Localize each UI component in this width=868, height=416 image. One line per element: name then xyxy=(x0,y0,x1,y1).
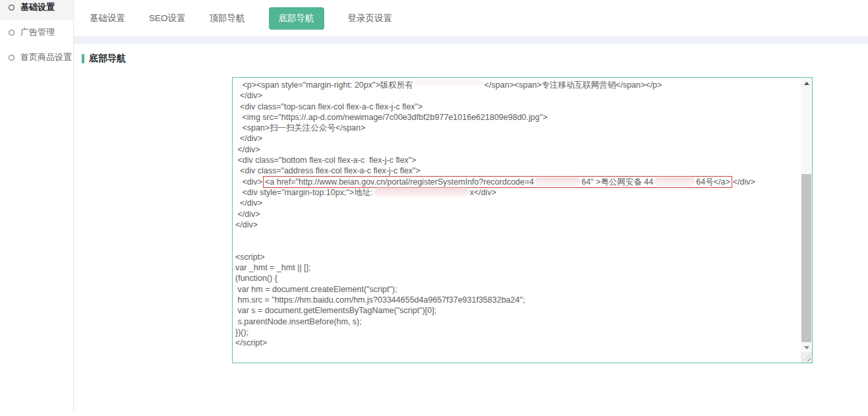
code-line: })(); xyxy=(235,327,797,338)
sidebar: 基础设置 广告管理 首页商品设置 xyxy=(0,0,74,416)
sidebar-item-ad-management[interactable]: 广告管理 xyxy=(0,20,74,45)
tab-basic-settings[interactable]: 基础设置 xyxy=(90,7,125,30)
code-line: s.parentNode.insertBefore(hm, s); xyxy=(235,316,797,327)
sidebar-item-home-product-settings[interactable]: 首页商品设置 xyxy=(0,45,74,70)
content-panel: 底部导航 <p><span style="margin-right: 20px"… xyxy=(74,44,868,416)
code-line: <div class="bottom flex-col flex-a-c fle… xyxy=(235,155,797,165)
radio-circle-icon xyxy=(9,30,14,36)
page-title: 底部导航 xyxy=(89,53,126,65)
code-line xyxy=(235,230,797,241)
arrow-up-icon xyxy=(804,82,809,85)
sidebar-item-label: 首页商品设置 xyxy=(20,51,72,63)
code-line: <img src="https://.ap-d.com/newimage/7c0… xyxy=(235,112,797,123)
code-editor-content[interactable]: <p><span style="margin-right: 20px">版权所有… xyxy=(233,78,801,363)
sidebar-item-basic-settings[interactable]: 基础设置 xyxy=(0,0,74,20)
tab-seo-settings[interactable]: SEO设置 xyxy=(149,7,186,30)
redacted-text xyxy=(374,188,469,196)
code-line: var s = document.getElementsByTagName("s… xyxy=(235,305,797,316)
sidebar-menu: 基础设置 广告管理 首页商品设置 xyxy=(0,0,74,70)
redacted-text xyxy=(414,80,484,89)
code-line: <div style="margin-top:10px;">地址:x</div> xyxy=(235,187,797,198)
settings-page: 基础设置 广告管理 首页商品设置 基础设置 SEO设置 顶部导航 底部导航 登录… xyxy=(0,0,868,416)
scroll-down-button[interactable] xyxy=(801,342,812,353)
code-line: </script> xyxy=(235,338,797,348)
code-line: <div class="top-scan flex-col flex-a-c f… xyxy=(235,102,797,112)
code-line: <p><span style="margin-right: 20px">版权所有… xyxy=(235,80,797,90)
code-line: var hm = document.createElement("script"… xyxy=(235,284,797,295)
code-line: var _hmt = _hmt || []; xyxy=(235,262,797,273)
tab-top-nav[interactable]: 顶部导航 xyxy=(210,7,245,30)
code-line: <div class="address flex-col flex-a-c fl… xyxy=(235,165,797,176)
tab-login-page-settings[interactable]: 登录页设置 xyxy=(348,7,393,30)
code-line: (function() { xyxy=(235,273,797,283)
tab-bar: 基础设置 SEO设置 顶部导航 底部导航 登录页设置 xyxy=(74,0,868,37)
section-accent-bar xyxy=(82,54,84,63)
code-line: </div> xyxy=(235,198,797,208)
code-line: <span>扫一扫关注公众号</span> xyxy=(235,123,797,133)
scroll-up-button[interactable] xyxy=(801,78,812,88)
sidebar-item-label: 基础设置 xyxy=(20,1,55,13)
arrow-down-icon xyxy=(804,346,809,349)
tab-bottom-nav[interactable]: 底部导航 xyxy=(269,7,324,30)
code-line xyxy=(235,241,797,251)
red-highlight-box: <a href="http://www.beian.gov.cn/portal/… xyxy=(264,177,732,187)
radio-circle-icon xyxy=(9,5,14,11)
footer-nav-code-textarea[interactable]: <p><span style="margin-right: 20px">版权所有… xyxy=(232,77,813,363)
redacted-text xyxy=(654,177,695,186)
code-line: <div><a href="http://www.beian.gov.cn/po… xyxy=(235,177,797,187)
redacted-text xyxy=(535,177,581,186)
radio-circle-icon xyxy=(9,55,14,61)
sidebar-item-label: 广告管理 xyxy=(20,26,55,38)
code-line: </div> xyxy=(235,220,797,230)
scrollbar-thumb[interactable] xyxy=(801,174,811,342)
code-line: <script> xyxy=(235,252,797,262)
textarea-resize-handle[interactable] xyxy=(801,352,812,363)
code-line: </div> xyxy=(235,90,797,101)
vertical-scrollbar[interactable] xyxy=(801,78,812,353)
code-line: </div> xyxy=(235,144,797,155)
code-line: </div> xyxy=(235,209,797,220)
section-divider xyxy=(74,37,868,44)
code-line: </div> xyxy=(235,133,797,144)
code-line: hm.src = "https://hm.baidu.com/hm.js?033… xyxy=(235,295,797,305)
section-header: 底部导航 xyxy=(82,53,868,65)
